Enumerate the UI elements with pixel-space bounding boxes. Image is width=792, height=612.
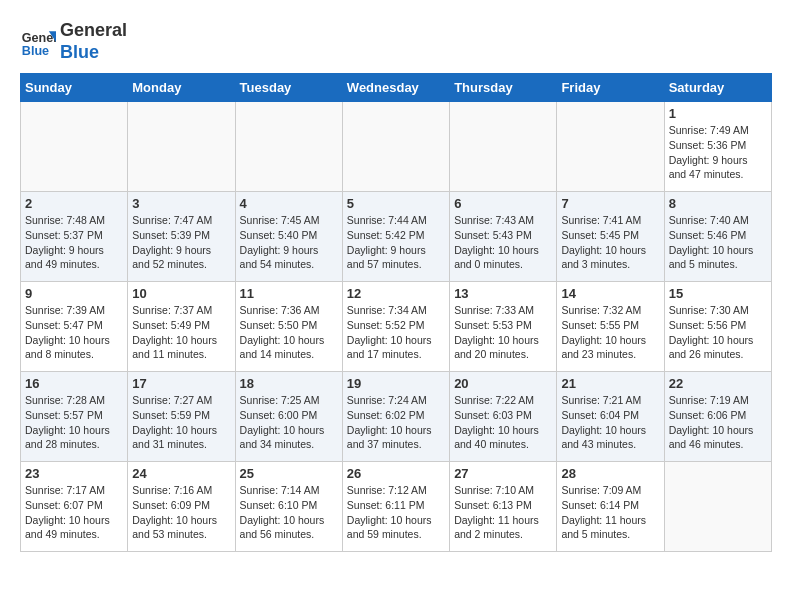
day-info: Sunrise: 7:21 AM Sunset: 6:04 PM Dayligh…: [561, 393, 659, 452]
calendar-cell: 7Sunrise: 7:41 AM Sunset: 5:45 PM Daylig…: [557, 192, 664, 282]
day-info: Sunrise: 7:41 AM Sunset: 5:45 PM Dayligh…: [561, 213, 659, 272]
header-day-monday: Monday: [128, 74, 235, 102]
day-info: Sunrise: 7:37 AM Sunset: 5:49 PM Dayligh…: [132, 303, 230, 362]
calendar-cell: 26Sunrise: 7:12 AM Sunset: 6:11 PM Dayli…: [342, 462, 449, 552]
calendar-cell: [557, 102, 664, 192]
day-info: Sunrise: 7:39 AM Sunset: 5:47 PM Dayligh…: [25, 303, 123, 362]
day-number: 17: [132, 376, 230, 391]
day-info: Sunrise: 7:43 AM Sunset: 5:43 PM Dayligh…: [454, 213, 552, 272]
calendar-cell: 21Sunrise: 7:21 AM Sunset: 6:04 PM Dayli…: [557, 372, 664, 462]
calendar-cell: 20Sunrise: 7:22 AM Sunset: 6:03 PM Dayli…: [450, 372, 557, 462]
header-day-saturday: Saturday: [664, 74, 771, 102]
logo-icon: General Blue: [20, 24, 56, 60]
week-row-4: 23Sunrise: 7:17 AM Sunset: 6:07 PM Dayli…: [21, 462, 772, 552]
calendar-cell: [342, 102, 449, 192]
day-info: Sunrise: 7:19 AM Sunset: 6:06 PM Dayligh…: [669, 393, 767, 452]
day-info: Sunrise: 7:28 AM Sunset: 5:57 PM Dayligh…: [25, 393, 123, 452]
calendar-cell: 18Sunrise: 7:25 AM Sunset: 6:00 PM Dayli…: [235, 372, 342, 462]
day-number: 15: [669, 286, 767, 301]
calendar-cell: 15Sunrise: 7:30 AM Sunset: 5:56 PM Dayli…: [664, 282, 771, 372]
week-row-2: 9Sunrise: 7:39 AM Sunset: 5:47 PM Daylig…: [21, 282, 772, 372]
day-info: Sunrise: 7:10 AM Sunset: 6:13 PM Dayligh…: [454, 483, 552, 542]
calendar-cell: 16Sunrise: 7:28 AM Sunset: 5:57 PM Dayli…: [21, 372, 128, 462]
day-info: Sunrise: 7:30 AM Sunset: 5:56 PM Dayligh…: [669, 303, 767, 362]
day-number: 8: [669, 196, 767, 211]
calendar-cell: 8Sunrise: 7:40 AM Sunset: 5:46 PM Daylig…: [664, 192, 771, 282]
calendar-cell: [128, 102, 235, 192]
header-day-friday: Friday: [557, 74, 664, 102]
day-number: 6: [454, 196, 552, 211]
day-info: Sunrise: 7:34 AM Sunset: 5:52 PM Dayligh…: [347, 303, 445, 362]
week-row-0: 1Sunrise: 7:49 AM Sunset: 5:36 PM Daylig…: [21, 102, 772, 192]
week-row-1: 2Sunrise: 7:48 AM Sunset: 5:37 PM Daylig…: [21, 192, 772, 282]
calendar-cell: 10Sunrise: 7:37 AM Sunset: 5:49 PM Dayli…: [128, 282, 235, 372]
calendar-cell: 24Sunrise: 7:16 AM Sunset: 6:09 PM Dayli…: [128, 462, 235, 552]
day-info: Sunrise: 7:12 AM Sunset: 6:11 PM Dayligh…: [347, 483, 445, 542]
day-number: 20: [454, 376, 552, 391]
header-day-tuesday: Tuesday: [235, 74, 342, 102]
calendar-cell: 5Sunrise: 7:44 AM Sunset: 5:42 PM Daylig…: [342, 192, 449, 282]
calendar-cell: [235, 102, 342, 192]
calendar-body: 1Sunrise: 7:49 AM Sunset: 5:36 PM Daylig…: [21, 102, 772, 552]
day-number: 1: [669, 106, 767, 121]
calendar-cell: 23Sunrise: 7:17 AM Sunset: 6:07 PM Dayli…: [21, 462, 128, 552]
day-number: 22: [669, 376, 767, 391]
header-day-sunday: Sunday: [21, 74, 128, 102]
calendar-cell: [450, 102, 557, 192]
calendar-cell: 12Sunrise: 7:34 AM Sunset: 5:52 PM Dayli…: [342, 282, 449, 372]
calendar-cell: 17Sunrise: 7:27 AM Sunset: 5:59 PM Dayli…: [128, 372, 235, 462]
day-number: 10: [132, 286, 230, 301]
week-row-3: 16Sunrise: 7:28 AM Sunset: 5:57 PM Dayli…: [21, 372, 772, 462]
day-info: Sunrise: 7:33 AM Sunset: 5:53 PM Dayligh…: [454, 303, 552, 362]
calendar-cell: 13Sunrise: 7:33 AM Sunset: 5:53 PM Dayli…: [450, 282, 557, 372]
calendar-cell: 25Sunrise: 7:14 AM Sunset: 6:10 PM Dayli…: [235, 462, 342, 552]
day-number: 7: [561, 196, 659, 211]
calendar-cell: 22Sunrise: 7:19 AM Sunset: 6:06 PM Dayli…: [664, 372, 771, 462]
day-number: 23: [25, 466, 123, 481]
calendar-cell: 14Sunrise: 7:32 AM Sunset: 5:55 PM Dayli…: [557, 282, 664, 372]
day-number: 12: [347, 286, 445, 301]
day-info: Sunrise: 7:44 AM Sunset: 5:42 PM Dayligh…: [347, 213, 445, 272]
day-number: 19: [347, 376, 445, 391]
calendar-cell: 1Sunrise: 7:49 AM Sunset: 5:36 PM Daylig…: [664, 102, 771, 192]
calendar-cell: [21, 102, 128, 192]
day-info: Sunrise: 7:17 AM Sunset: 6:07 PM Dayligh…: [25, 483, 123, 542]
calendar-cell: [664, 462, 771, 552]
day-number: 26: [347, 466, 445, 481]
day-number: 13: [454, 286, 552, 301]
day-number: 9: [25, 286, 123, 301]
calendar-cell: 28Sunrise: 7:09 AM Sunset: 6:14 PM Dayli…: [557, 462, 664, 552]
day-number: 18: [240, 376, 338, 391]
calendar-cell: 3Sunrise: 7:47 AM Sunset: 5:39 PM Daylig…: [128, 192, 235, 282]
day-info: Sunrise: 7:45 AM Sunset: 5:40 PM Dayligh…: [240, 213, 338, 272]
day-info: Sunrise: 7:09 AM Sunset: 6:14 PM Dayligh…: [561, 483, 659, 542]
logo: General Blue General Blue: [20, 20, 127, 63]
day-number: 11: [240, 286, 338, 301]
calendar-table: SundayMondayTuesdayWednesdayThursdayFrid…: [20, 73, 772, 552]
day-number: 27: [454, 466, 552, 481]
day-number: 5: [347, 196, 445, 211]
day-number: 2: [25, 196, 123, 211]
day-number: 3: [132, 196, 230, 211]
day-number: 14: [561, 286, 659, 301]
calendar-cell: 9Sunrise: 7:39 AM Sunset: 5:47 PM Daylig…: [21, 282, 128, 372]
day-info: Sunrise: 7:49 AM Sunset: 5:36 PM Dayligh…: [669, 123, 767, 182]
day-info: Sunrise: 7:40 AM Sunset: 5:46 PM Dayligh…: [669, 213, 767, 272]
header-row: SundayMondayTuesdayWednesdayThursdayFrid…: [21, 74, 772, 102]
calendar-cell: 6Sunrise: 7:43 AM Sunset: 5:43 PM Daylig…: [450, 192, 557, 282]
calendar-header: SundayMondayTuesdayWednesdayThursdayFrid…: [21, 74, 772, 102]
header-day-wednesday: Wednesday: [342, 74, 449, 102]
day-number: 28: [561, 466, 659, 481]
day-info: Sunrise: 7:27 AM Sunset: 5:59 PM Dayligh…: [132, 393, 230, 452]
day-info: Sunrise: 7:22 AM Sunset: 6:03 PM Dayligh…: [454, 393, 552, 452]
day-number: 4: [240, 196, 338, 211]
calendar-cell: 2Sunrise: 7:48 AM Sunset: 5:37 PM Daylig…: [21, 192, 128, 282]
day-info: Sunrise: 7:25 AM Sunset: 6:00 PM Dayligh…: [240, 393, 338, 452]
day-info: Sunrise: 7:14 AM Sunset: 6:10 PM Dayligh…: [240, 483, 338, 542]
day-info: Sunrise: 7:16 AM Sunset: 6:09 PM Dayligh…: [132, 483, 230, 542]
calendar-cell: 4Sunrise: 7:45 AM Sunset: 5:40 PM Daylig…: [235, 192, 342, 282]
day-number: 24: [132, 466, 230, 481]
svg-text:Blue: Blue: [22, 43, 49, 57]
calendar-cell: 27Sunrise: 7:10 AM Sunset: 6:13 PM Dayli…: [450, 462, 557, 552]
day-number: 16: [25, 376, 123, 391]
